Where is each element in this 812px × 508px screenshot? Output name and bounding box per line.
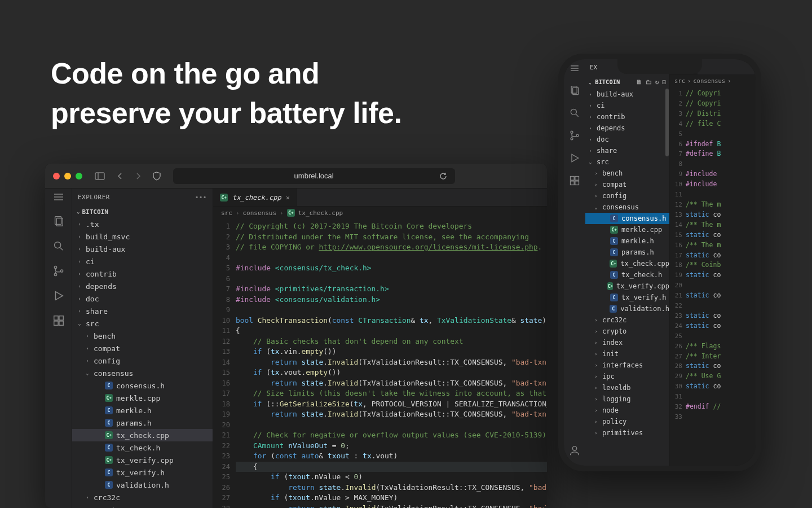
code-line[interactable] (236, 305, 547, 316)
folder-depends[interactable]: depends (72, 280, 213, 292)
code-line[interactable]: return state.Invalid(TxValidationResult:… (236, 378, 547, 389)
breadcrumbs[interactable]: src›consensus›C+tx_check.cpp (213, 207, 547, 219)
forward-icon[interactable] (132, 172, 144, 180)
minimize-dot-icon[interactable] (64, 173, 71, 179)
scrollbar-thumb[interactable] (665, 89, 669, 156)
tab-tx-check[interactable]: C+ tx_check.cpp ✕ (213, 189, 297, 206)
folder-bench[interactable]: bench (72, 330, 213, 342)
close-dot-icon[interactable] (53, 173, 60, 179)
folder-consensus[interactable]: consensus (585, 202, 669, 213)
code-line[interactable]: return state.Invalid(TxValidationResult:… (236, 503, 547, 509)
code-lines[interactable]: // Copyri// Copyri// Distri// file C #if… (686, 86, 756, 466)
code-line[interactable] (686, 159, 756, 169)
collapse-icon[interactable]: ⊟ (662, 78, 666, 86)
folder-doc[interactable]: doc (585, 134, 669, 145)
code-line[interactable] (686, 129, 756, 139)
code-line[interactable]: /** The m (686, 200, 756, 210)
code-line[interactable] (686, 412, 756, 422)
address-bar[interactable]: umbrel.local (173, 168, 455, 184)
shield-icon[interactable] (151, 172, 163, 181)
code-line[interactable]: CAmount nValueOut = 0; (236, 441, 547, 452)
code-line[interactable]: { (236, 326, 547, 336)
code-line[interactable]: // Copyri (686, 89, 756, 99)
close-icon[interactable]: ✕ (286, 194, 290, 202)
file-tree[interactable]: build-auxcicontribdependsdocsharesrcbenc… (585, 89, 669, 466)
code-line[interactable] (686, 190, 756, 200)
code-line[interactable]: if (tx.vout.empty()) (236, 367, 547, 378)
explorer-icon[interactable] (52, 215, 65, 227)
sidebar-toggle-icon[interactable] (94, 172, 106, 180)
search-icon[interactable] (52, 240, 65, 252)
code-line[interactable] (686, 392, 756, 402)
code-line[interactable]: #include <consensus/validation.h> (236, 295, 547, 305)
new-file-icon[interactable]: 🗎 (636, 78, 642, 86)
code-line[interactable]: #include (686, 179, 756, 190)
folder-build-aux[interactable]: build-aux (72, 243, 213, 255)
folder-index[interactable]: index (585, 337, 669, 348)
code-line[interactable]: static co (686, 251, 756, 261)
folder-policy[interactable]: policy (585, 416, 669, 427)
project-header[interactable]: ⌄ BITCOIN 🗎 🗀 ↻ ⊟ (585, 75, 669, 89)
folder-logging[interactable]: logging (585, 393, 669, 405)
code-line[interactable]: /** Inter (686, 352, 756, 362)
code-line[interactable]: // Distri (686, 109, 756, 119)
folder-ci[interactable]: ci (72, 255, 213, 268)
account-icon[interactable] (568, 444, 581, 457)
extensions-icon[interactable] (569, 175, 580, 186)
code-line[interactable] (686, 301, 756, 311)
code-line[interactable]: static co (686, 291, 756, 301)
code-line[interactable]: // Size limits (this doesn't take the wi… (236, 388, 547, 399)
file-merkle-h[interactable]: Cmerkle.h (72, 404, 213, 417)
search-icon[interactable] (569, 107, 580, 119)
file-tx-check-cpp[interactable]: C+tx_check.cpp (72, 429, 213, 441)
code-line[interactable]: /** The m (686, 240, 756, 251)
folder-bench[interactable]: bench (585, 168, 669, 179)
folder-contrib[interactable]: contrib (72, 268, 213, 280)
file-validation-h[interactable]: Cvalidation.h (72, 479, 213, 491)
code-line[interactable]: /** The m (686, 220, 756, 230)
breadcrumb-segment[interactable]: tx_check.cpp (298, 209, 343, 217)
folder-build-aux[interactable]: build-aux (585, 89, 669, 100)
code-line[interactable]: return state.Invalid(TxValidationResult:… (236, 357, 547, 368)
file-tree[interactable]: .txbuild_msvcbuild-auxcicontribdependsdo… (72, 218, 213, 508)
code-line[interactable]: static co (686, 270, 756, 281)
file-tx-verify-h[interactable]: Ctx_verify.h (72, 466, 213, 479)
code-lines[interactable]: // Copyright (c) 2017-2019 The Bitcoin C… (236, 219, 547, 508)
window-controls[interactable] (53, 173, 82, 179)
folder-ci[interactable]: ci (585, 100, 669, 111)
menu-icon[interactable] (570, 65, 579, 73)
file-params-h[interactable]: Cparams.h (72, 417, 213, 429)
code-line[interactable]: static co (686, 382, 756, 392)
folder-ipc[interactable]: ipc (585, 371, 669, 382)
code-line[interactable]: /** Coinb (686, 260, 756, 270)
folder-compat[interactable]: compat (585, 179, 669, 190)
code-line[interactable]: static co (686, 311, 756, 321)
code-line[interactable]: return state.Invalid(TxValidationResult:… (236, 409, 547, 420)
code-line[interactable]: { (236, 462, 547, 472)
code-line[interactable]: #define B (686, 149, 756, 159)
refresh-icon[interactable]: ↻ (655, 78, 659, 86)
file-merkle-cpp[interactable]: C+merkle.cpp (72, 392, 213, 404)
run-debug-icon[interactable] (569, 152, 580, 164)
code-line[interactable]: /** Flags (686, 341, 756, 352)
folder-init[interactable]: init (585, 348, 669, 360)
code-area[interactable]: 1234567891011121314151617181920212223242… (670, 86, 756, 466)
file-tx-verify-h[interactable]: Ctx_verify.h (585, 292, 669, 303)
code-line[interactable]: static co (686, 230, 756, 240)
code-line[interactable]: bool CheckTransaction(const CTransaction… (236, 316, 547, 326)
file-validation-h[interactable]: Cvalidation.h (585, 303, 669, 314)
file-params-h[interactable]: Cparams.h (585, 247, 669, 258)
code-line[interactable]: #include <consensus/tx_check.h> (236, 263, 547, 274)
extensions-icon[interactable] (52, 314, 65, 327)
breadcrumbs[interactable]: src›consensus› (670, 75, 756, 86)
folder-crc32c[interactable]: crc32c (72, 491, 213, 503)
folder-crypto[interactable]: crypto (585, 326, 669, 337)
back-icon[interactable] (114, 172, 126, 180)
code-line[interactable]: if (txout.nValue > MAX_MONEY) (236, 493, 547, 503)
code-line[interactable]: #include (686, 169, 756, 179)
code-line[interactable]: if (tx.vin.empty()) (236, 347, 547, 357)
code-line[interactable]: // file COPYING or http://www.opensource… (236, 242, 547, 253)
folder-crc32c[interactable]: crc32c (585, 314, 669, 326)
file-tx-check-h[interactable]: Ctx_check.h (72, 441, 213, 454)
code-line[interactable]: // Check for negative or overflow output… (236, 430, 547, 441)
